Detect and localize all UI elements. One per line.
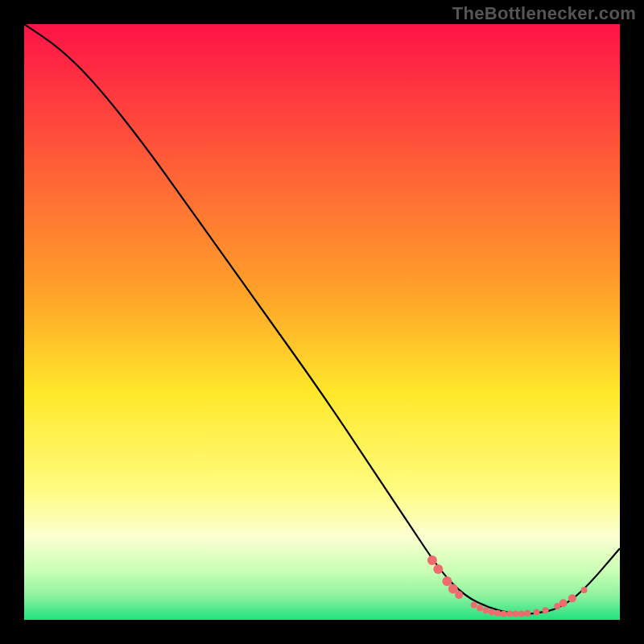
data-point xyxy=(513,611,519,617)
data-point xyxy=(533,609,539,615)
data-point xyxy=(494,610,501,617)
data-point xyxy=(471,602,477,609)
data-point xyxy=(568,594,576,602)
data-point xyxy=(433,564,443,574)
plot-area xyxy=(24,24,620,620)
data-point xyxy=(442,576,452,586)
data-point xyxy=(506,611,513,617)
data-point xyxy=(581,587,588,593)
data-point xyxy=(477,605,483,611)
data-point xyxy=(483,607,489,613)
data-point xyxy=(543,607,549,613)
gradient-background xyxy=(24,24,620,620)
data-point xyxy=(501,611,507,617)
chart-frame: TheBottlenecker.com xyxy=(0,0,644,644)
data-point xyxy=(559,599,568,607)
data-point xyxy=(489,609,495,615)
watermark-text: TheBottlenecker.com xyxy=(452,3,636,24)
data-point xyxy=(427,555,437,565)
chart-svg xyxy=(24,24,620,620)
data-point xyxy=(518,611,525,617)
data-point xyxy=(455,591,463,599)
data-point xyxy=(524,610,530,617)
